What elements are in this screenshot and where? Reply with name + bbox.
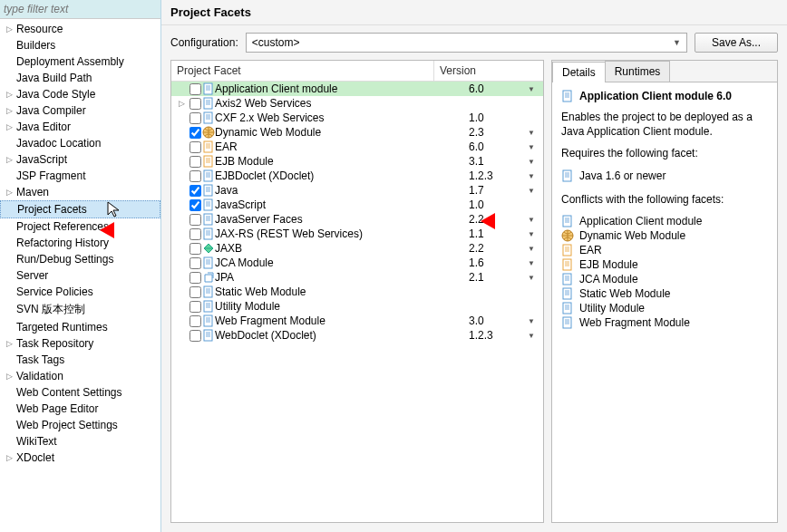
facet-checkbox[interactable] (188, 141, 202, 153)
sidebar-item[interactable]: Builders (0, 37, 160, 53)
sidebar-item[interactable]: ▷JavaScript (0, 151, 160, 168)
sidebar-item[interactable]: Web Content Settings (0, 384, 160, 401)
facet-row[interactable]: Dynamic Web Module2.3▼ (171, 125, 543, 140)
facet-checkbox[interactable] (188, 243, 202, 255)
facet-checkbox[interactable] (188, 257, 202, 269)
sidebar-item[interactable]: Java Build Path (0, 70, 160, 86)
facet-row[interactable]: Static Web Module (171, 285, 543, 299)
sidebar-item[interactable]: ▷XDoclet (0, 450, 160, 466)
facet-row[interactable]: CXF 2.x Web Services1.0 (171, 111, 543, 125)
sidebar-item[interactable]: ▷Resource (0, 21, 160, 37)
filter-input[interactable] (0, 0, 160, 19)
facet-version: 1.0 (469, 198, 523, 211)
facet-checkbox[interactable] (188, 156, 202, 168)
configuration-select[interactable]: <custom> ▼ (246, 33, 687, 53)
facet-row[interactable]: EJBDoclet (XDoclet)1.2.3▼ (171, 169, 543, 183)
sidebar-item[interactable]: JSP Fragment (0, 168, 160, 184)
sidebar-item[interactable]: Task Tags (0, 352, 160, 368)
facet-checkbox[interactable] (188, 228, 202, 240)
col-header-name[interactable]: Project Facet (171, 61, 434, 81)
version-dropdown[interactable]: ▼ (523, 259, 539, 267)
sidebar-item[interactable]: Web Page Editor (0, 401, 160, 417)
facet-checkbox[interactable] (188, 301, 202, 313)
sidebar-item[interactable]: ▷Task Repository (0, 335, 160, 352)
save-as-button[interactable]: Save As... (695, 33, 778, 53)
facet-checkbox[interactable] (188, 286, 202, 298)
sidebar-item[interactable]: Project Facets (0, 200, 160, 218)
sidebar-item[interactable]: SVN 版本控制 (0, 300, 160, 319)
facet-checkbox[interactable] (188, 98, 202, 110)
sidebar-item-label: Maven (15, 185, 51, 199)
version-dropdown[interactable]: ▼ (523, 187, 539, 195)
facet-panel: Project Facet Version Application Client… (170, 60, 544, 523)
sidebar-item[interactable]: Javadoc Location (0, 135, 160, 151)
sidebar-item[interactable]: Deployment Assembly (0, 53, 160, 70)
version-dropdown[interactable]: ▼ (523, 245, 539, 253)
conflict-item: EJB Module (561, 257, 768, 272)
sidebar-item[interactable]: ▷Java Code Style (0, 86, 160, 102)
sidebar-item[interactable]: ▷Validation (0, 368, 160, 384)
facet-row[interactable]: EAR6.0▼ (171, 140, 543, 154)
tab-runtimes[interactable]: Runtimes (605, 61, 671, 82)
facet-version: 3.0 (469, 314, 523, 327)
version-dropdown[interactable]: ▼ (523, 332, 539, 340)
facet-row[interactable]: JPA2.1▼ (171, 270, 543, 285)
ear-icon (561, 244, 574, 256)
facet-row[interactable]: WebDoclet (XDoclet)1.2.3▼ (171, 328, 543, 343)
facet-checkbox[interactable] (188, 112, 202, 124)
sidebar-item[interactable]: ▷Java Editor (0, 119, 160, 135)
facet-row[interactable]: ▷Axis2 Web Services (171, 96, 543, 111)
sidebar-item[interactable]: WikiText (0, 433, 160, 450)
col-header-version[interactable]: Version (434, 61, 543, 81)
facet-name: JavaServer Faces (215, 213, 469, 226)
version-dropdown[interactable]: ▼ (523, 317, 539, 325)
facet-checkbox[interactable] (188, 199, 202, 211)
version-dropdown[interactable]: ▼ (523, 274, 539, 282)
facet-checkbox[interactable] (188, 214, 202, 226)
facet-row[interactable]: JavaServer Faces2.2▼ (171, 212, 543, 227)
facet-row[interactable]: JAXB2.2▼ (171, 241, 543, 256)
facet-name: JAXB (215, 242, 469, 255)
facet-row[interactable]: Utility Module (171, 299, 543, 314)
tab-details[interactable]: Details (552, 62, 606, 82)
sidebar-item[interactable]: Server (0, 267, 160, 284)
facet-checkbox[interactable] (188, 272, 202, 284)
sidebar-item-label: Refactoring History (15, 236, 111, 250)
facet-row[interactable]: Application Client module6.0▼ (171, 82, 543, 96)
sidebar-item[interactable]: ▷Maven (0, 184, 160, 200)
facet-row[interactable]: EJB Module3.1▼ (171, 154, 543, 169)
facet-checkbox[interactable] (188, 315, 202, 327)
sidebar-item[interactable]: Run/Debug Settings (0, 251, 160, 267)
conflict-name: JCA Module (579, 273, 638, 285)
facet-checkbox[interactable] (188, 170, 202, 182)
sidebar-item[interactable]: Service Policies (0, 284, 160, 300)
facet-checkbox[interactable] (188, 127, 202, 139)
version-dropdown[interactable]: ▼ (523, 85, 539, 93)
sidebar-item[interactable]: Refactoring History (0, 235, 160, 251)
facet-checkbox[interactable] (188, 185, 202, 197)
facet-row[interactable]: Web Fragment Module3.0▼ (171, 314, 543, 328)
sidebar-item[interactable]: Targeted Runtimes (0, 319, 160, 335)
version-dropdown[interactable]: ▼ (523, 143, 539, 151)
facet-row[interactable]: Java1.7▼ (171, 183, 543, 198)
doc-icon (202, 227, 215, 240)
facet-row[interactable]: JAX-RS (REST Web Services)1.1▼ (171, 227, 543, 241)
expand-icon: ▷ (4, 339, 15, 348)
facet-checkbox[interactable] (188, 330, 202, 342)
version-dropdown[interactable]: ▼ (523, 158, 539, 166)
version-dropdown[interactable]: ▼ (523, 216, 539, 224)
facet-checkbox[interactable] (188, 83, 202, 95)
sidebar-item-label: Run/Debug Settings (15, 252, 115, 266)
version-dropdown[interactable]: ▼ (523, 230, 539, 238)
facet-row[interactable]: JCA Module1.6▼ (171, 256, 543, 270)
version-dropdown[interactable]: ▼ (523, 172, 539, 180)
facet-row[interactable]: JavaScript1.0 (171, 198, 543, 212)
sidebar-item[interactable]: Project References (0, 218, 160, 235)
conflict-item: Utility Module (561, 301, 768, 315)
version-dropdown[interactable]: ▼ (523, 129, 539, 137)
sidebar-item[interactable]: ▷Java Compiler (0, 102, 160, 119)
details-body: Application Client module 6.0 Enables th… (552, 82, 777, 337)
sidebar-item[interactable]: Web Project Settings (0, 417, 160, 433)
conflict-name: Static Web Module (579, 287, 671, 300)
details-title: Application Client module 6.0 (579, 90, 732, 102)
